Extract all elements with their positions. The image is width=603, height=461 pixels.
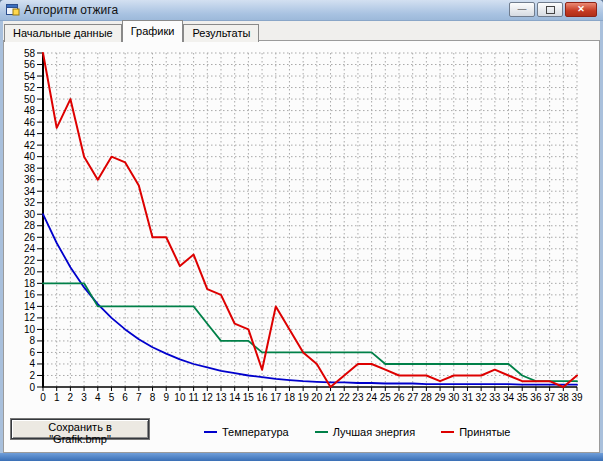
legend-dash-icon [204,431,217,433]
svg-text:32: 32 [24,197,36,208]
svg-text:38: 38 [24,163,36,174]
svg-text:27: 27 [407,392,419,403]
svg-text:8: 8 [150,392,156,403]
svg-text:31: 31 [462,392,474,403]
svg-text:54: 54 [24,71,36,82]
svg-text:29: 29 [435,392,447,403]
svg-text:0: 0 [29,382,35,393]
legend-label: Температура [222,426,289,438]
svg-text:9: 9 [163,392,169,403]
legend-item: Температура [204,426,289,438]
svg-text:18: 18 [24,278,36,289]
svg-text:26: 26 [24,232,36,243]
svg-text:14: 14 [229,392,241,403]
svg-text:23: 23 [352,392,364,403]
legend-label: Принятые [459,426,510,438]
svg-text:15: 15 [243,392,255,403]
svg-text:20: 20 [311,392,323,403]
legend-dash-icon [441,431,454,433]
svg-text:8: 8 [29,335,35,346]
svg-text:3: 3 [81,392,87,403]
legend-item: Принятые [441,426,510,438]
series-line-2 [43,283,577,381]
svg-text:2: 2 [68,392,74,403]
svg-text:0: 0 [40,392,46,403]
svg-text:30: 30 [24,209,36,220]
svg-text:37: 37 [544,392,556,403]
svg-text:6: 6 [29,347,35,358]
app-window: Алгоритм отжига — ✕ Начальные данные Гра… [0,0,603,461]
svg-text:35: 35 [517,392,529,403]
tab-strip: Начальные данные Графики Результаты [4,23,259,42]
grid-lines [43,53,577,387]
series-line-3 [43,53,577,387]
maximize-button[interactable] [537,2,563,17]
svg-text:22: 22 [24,255,36,266]
save-bitmap-button[interactable]: Сохранить в "Grafik.bmp" [11,419,149,439]
svg-text:50: 50 [24,94,36,105]
svg-text:21: 21 [325,392,337,403]
svg-text:38: 38 [558,392,570,403]
svg-text:18: 18 [284,392,296,403]
svg-text:42: 42 [24,140,36,151]
svg-text:58: 58 [24,48,36,59]
svg-text:1: 1 [54,392,60,403]
minimize-button[interactable]: — [509,2,535,17]
legend-item: Лучшая энергия [315,426,416,438]
svg-text:56: 56 [24,59,36,70]
svg-text:13: 13 [215,392,227,403]
window-bottom-frame [0,453,603,461]
svg-text:16: 16 [24,289,36,300]
svg-text:11: 11 [188,392,199,403]
tab-initial-data[interactable]: Начальные данные [4,24,122,42]
svg-text:34: 34 [503,392,515,403]
svg-text:17: 17 [270,392,282,403]
svg-text:7: 7 [136,392,142,403]
client-area: Начальные данные Графики Результаты 0246… [3,21,600,453]
svg-text:36: 36 [24,174,36,185]
svg-text:14: 14 [24,301,36,312]
svg-text:36: 36 [530,392,542,403]
svg-text:20: 20 [24,266,36,277]
app-icon [6,3,20,17]
svg-text:28: 28 [24,220,36,231]
svg-text:16: 16 [257,392,269,403]
svg-text:4: 4 [95,392,101,403]
close-button[interactable]: ✕ [565,2,597,17]
chart-legend: ТемператураЛучшая энергияПринятые [204,426,510,438]
svg-text:4: 4 [29,358,35,369]
svg-text:12: 12 [202,392,214,403]
svg-text:46: 46 [24,117,36,128]
svg-text:52: 52 [24,82,36,93]
graphs-tab-page: 0246810121416182022242628303234363840424… [3,40,600,453]
svg-text:12: 12 [24,312,36,323]
svg-text:2: 2 [29,370,35,381]
svg-text:39: 39 [571,392,583,403]
title-bar[interactable]: Алгоритм отжига — ✕ [0,0,603,21]
svg-text:24: 24 [24,243,36,254]
svg-text:10: 10 [174,392,186,403]
svg-text:30: 30 [448,392,460,403]
svg-text:6: 6 [122,392,128,403]
svg-text:26: 26 [393,392,405,403]
chart-svg: 0246810121416182022242628303234363840424… [4,41,599,413]
svg-text:24: 24 [366,392,378,403]
svg-text:32: 32 [476,392,488,403]
svg-text:33: 33 [489,392,501,403]
axes [42,53,577,387]
svg-text:28: 28 [421,392,433,403]
tab-results[interactable]: Результаты [183,24,259,42]
svg-text:48: 48 [24,105,36,116]
svg-text:19: 19 [298,392,310,403]
svg-text:44: 44 [24,128,36,139]
svg-text:10: 10 [24,324,36,335]
svg-text:25: 25 [380,392,392,403]
svg-text:40: 40 [24,151,36,162]
svg-text:5: 5 [109,392,115,403]
tab-graphs[interactable]: Графики [122,20,184,42]
svg-text:22: 22 [339,392,351,403]
legend-label: Лучшая энергия [333,426,416,438]
maximize-icon [546,6,555,14]
window-title: Алгоритм отжига [24,0,118,20]
svg-text:34: 34 [24,186,36,197]
